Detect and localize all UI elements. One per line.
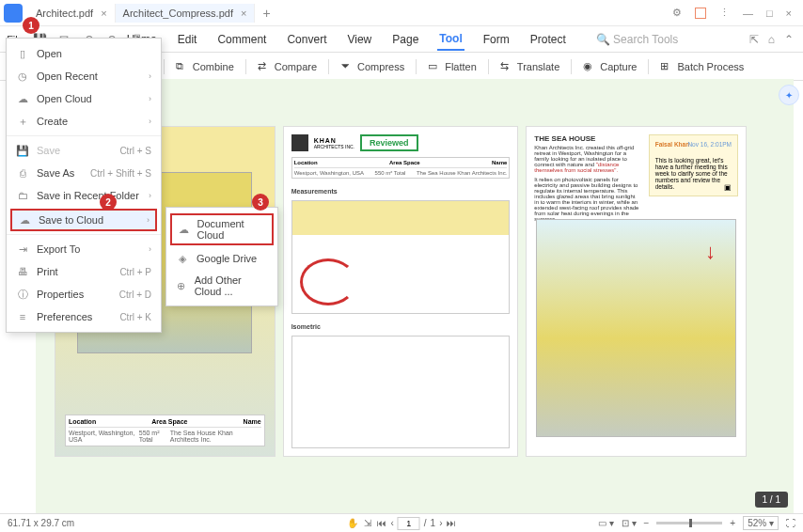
fold-icon[interactable]: ▣	[724, 183, 732, 192]
submenu-google-drive[interactable]: ◈Google Drive	[166, 247, 277, 270]
close-icon[interactable]: ×	[101, 8, 106, 19]
file-icon: ▯	[16, 47, 29, 60]
menu-open-cloud[interactable]: ☁Open Cloud›	[7, 87, 161, 110]
cloud-icon: ☁	[16, 92, 29, 105]
compare-icon: ⇄	[258, 60, 271, 73]
compress-icon: ⏷	[340, 60, 354, 73]
menu-open-recent[interactable]: ◷Open Recent›	[7, 65, 161, 87]
ribbon-batch[interactable]: ⊞Batch Process	[653, 57, 751, 76]
menu-preferences[interactable]: ≡PreferencesCtrl + K	[7, 305, 161, 328]
ribbon-translate[interactable]: ⇆Translate	[493, 57, 567, 76]
reviewed-stamp: Reviewed	[360, 134, 418, 151]
zoom-out-icon[interactable]: −	[644, 518, 650, 528]
chevron-up-icon[interactable]: ⌃	[784, 33, 794, 46]
first-page-icon[interactable]: ⏮	[377, 518, 386, 528]
chevron-right-icon: ›	[149, 117, 151, 126]
callout-badge-1: 1	[23, 17, 39, 34]
submenu-add-other-cloud[interactable]: ⊕Add Other Cloud ...	[166, 270, 277, 302]
page-total: 1	[431, 518, 436, 528]
chevron-right-icon: ›	[149, 71, 151, 81]
plus-cloud-icon: ⊕	[176, 279, 187, 292]
isometric-diagram	[291, 336, 511, 449]
tab-architect-compress[interactable]: Architect_Compress.pdf ×	[116, 4, 256, 23]
ribbon-compress[interactable]: ⏷Compress	[333, 57, 412, 76]
page-indicator: 1 / 1	[755, 492, 788, 508]
menu-create[interactable]: ＋Create›	[7, 110, 161, 133]
fullscreen-icon[interactable]: ⛶	[786, 518, 795, 528]
next-page-icon[interactable]: ›	[439, 518, 442, 528]
gift-icon[interactable]: ⚙	[672, 7, 682, 19]
page-middle: KHAN ARCHITECTS INC. Reviewed Location A…	[283, 126, 519, 457]
menu-save-to-cloud[interactable]: ☁Save to Cloud›	[10, 209, 157, 231]
measurements-diagram	[291, 200, 511, 314]
kebab-icon[interactable]: ⋮	[719, 7, 730, 19]
ribbon-compare[interactable]: ⇄Compare	[250, 57, 324, 76]
combine-icon: ⧉	[176, 60, 189, 73]
view-mode-icon[interactable]: ▭ ▾	[598, 518, 614, 528]
minimize-icon[interactable]: —	[743, 8, 753, 19]
camera-icon: ◉	[583, 60, 596, 73]
menu-convert[interactable]: Convert	[285, 29, 328, 50]
drive-icon: ◈	[176, 252, 189, 265]
menu-save-as[interactable]: ⎙Save AsCtrl + Shift + S	[7, 162, 161, 184]
menu-form[interactable]: Form	[481, 29, 512, 50]
sticky-date: Nov 16, 2:01PM	[687, 141, 732, 148]
sticky-body: This is looking great, let's have a furt…	[655, 157, 732, 190]
red-annotation	[300, 258, 356, 305]
submenu-document-cloud[interactable]: ☁Document Cloud	[170, 213, 274, 245]
menu-protect[interactable]: Protect	[528, 29, 568, 50]
prev-page-icon[interactable]: ‹	[390, 518, 393, 528]
add-tab-button[interactable]: +	[255, 4, 277, 23]
menu-print[interactable]: 🖶PrintCtrl + P	[7, 260, 161, 283]
menu-edit[interactable]: Edit	[176, 29, 199, 50]
plus-icon: ＋	[16, 115, 29, 128]
tab-architect[interactable]: Architect.pdf ×	[28, 4, 116, 23]
sticky-note[interactable]: Faisal Khan Nov 16, 2:01PM This is looki…	[649, 134, 738, 196]
ai-assistant-icon[interactable]: ✦	[779, 85, 799, 105]
maximize-icon[interactable]: □	[766, 8, 773, 19]
ribbon-combine[interactable]: ⧉Combine	[168, 57, 242, 76]
status-right: ▭ ▾ ⊡ ▾ − + 52% ▾ ⛶	[598, 516, 795, 530]
article-text: THE SEA HOUSE Khan Architects Inc. creat…	[534, 134, 640, 222]
open-external-icon[interactable]: ⇱	[749, 33, 759, 46]
ribbon-flatten[interactable]: ▭Flatten	[420, 57, 484, 76]
menu-export-to[interactable]: ⇥Export To›	[7, 238, 161, 260]
last-page-icon[interactable]: ⏭	[447, 518, 456, 528]
zoom-slider[interactable]	[656, 522, 722, 524]
save-icon: 💾	[16, 144, 29, 157]
menu-save-recent-folder[interactable]: 🗀Save in Recent Folder›	[7, 184, 161, 207]
close-icon[interactable]: ×	[241, 8, 246, 19]
chevron-right-icon: ›	[149, 191, 151, 200]
page-input[interactable]	[398, 517, 420, 530]
export-icon: ⇥	[16, 243, 29, 256]
right-sidebar: ✦	[779, 85, 803, 105]
search-tools[interactable]: 🔍 Search Tools	[596, 33, 679, 46]
zoom-value[interactable]: 52% ▾	[743, 516, 779, 530]
menu-properties[interactable]: ⓘPropertiesCtrl + D	[7, 283, 161, 305]
menu-comment[interactable]: Comment	[215, 29, 268, 50]
menu-open[interactable]: ▯Open	[7, 42, 161, 65]
zoom-in-icon[interactable]: +	[730, 518, 735, 528]
menu-page[interactable]: Page	[390, 29, 420, 50]
app-logo	[4, 4, 23, 23]
share-icon[interactable]	[695, 8, 706, 19]
search-icon: 🔍	[596, 33, 610, 46]
fit-width-icon[interactable]: ⊡ ▾	[622, 518, 637, 528]
menu-tool[interactable]: Tool	[437, 28, 464, 51]
cloud-icon: ☁	[178, 223, 190, 236]
info-icon: ⓘ	[16, 288, 29, 301]
separator	[416, 59, 417, 74]
save-to-cloud-submenu: ☁Document Cloud ◈Google Drive ⊕Add Other…	[165, 207, 278, 306]
menu-view[interactable]: View	[345, 29, 373, 50]
home-icon[interactable]: ⌂	[768, 33, 775, 46]
print-icon: 🖶	[16, 265, 29, 278]
separator	[7, 135, 161, 136]
close-window-icon[interactable]: ×	[786, 8, 792, 19]
menu-save: 💾SaveCtrl + S	[7, 139, 161, 162]
clock-icon: ◷	[16, 70, 29, 83]
separator	[164, 59, 165, 74]
hand-tool-icon[interactable]: ✋	[347, 518, 358, 528]
info-table: Location Area Space Name Westport, Washi…	[65, 415, 265, 446]
pan-tool-icon[interactable]: ⇲	[364, 518, 371, 528]
ribbon-capture[interactable]: ◉Capture	[575, 57, 644, 76]
